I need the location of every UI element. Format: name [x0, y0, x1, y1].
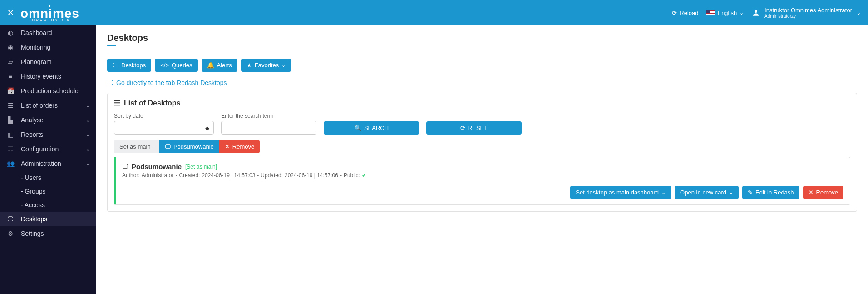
chevron-down-icon: ⌄ [86, 161, 90, 167]
set-main-dashboard-button[interactable]: Set desktop as main dashboard ⌄ [570, 186, 671, 199]
sidebar-sub-access[interactable]: - Access [0, 198, 96, 212]
sidebar-item-label: List of orders [21, 102, 79, 109]
map-icon: ▱ [6, 58, 15, 65]
svg-point-0 [755, 10, 757, 13]
search-icon: 🔍 [354, 125, 361, 131]
desktop-icon: 🖵 [165, 143, 171, 150]
edit-icon: ✎ [748, 189, 753, 196]
sidebar-item-label: Monitoring [21, 44, 90, 51]
reload-button[interactable]: ⟳ Reload [672, 10, 698, 16]
chevron-down-icon: ⌄ [740, 10, 744, 16]
sidebar-item-label: Desktops [21, 215, 90, 223]
close-icon: ✕ [225, 143, 230, 150]
bell-icon: 🔔 [207, 62, 214, 69]
list-icon: ≡ [6, 73, 15, 80]
desktop-icon: 🖵 [6, 215, 15, 223]
panel-title: List of Desktops [124, 99, 180, 107]
tab-desktops[interactable]: 🖵 Desktops [107, 59, 151, 72]
desktops-list-panel: ☰ List of Desktops Sort by date ◆ Enter … [107, 93, 857, 212]
sidebar-item-label: History events [21, 73, 90, 80]
gauge-icon: ◐ [6, 29, 15, 36]
code-icon: </> [160, 62, 169, 69]
chevron-down-icon: ⌄ [857, 10, 861, 16]
remove-desktop-button[interactable]: ✕ Remove [803, 186, 843, 199]
language-label: English [717, 10, 737, 16]
sidebar-item-label: Planogram [21, 58, 90, 65]
sidebar-item-label: Production schedule [21, 87, 90, 95]
main-content: Desktops 🖵 Desktops </> Queries 🔔 Alerts… [96, 25, 868, 294]
sidebar-item-reports[interactable]: ▥ Reports ⌄ [0, 127, 96, 142]
chevron-down-icon: ⌄ [661, 189, 666, 195]
tab-alerts[interactable]: 🔔 Alerts [202, 59, 237, 72]
language-selector[interactable]: English ⌄ [706, 10, 744, 16]
search-button[interactable]: 🔍 SEARCH [324, 121, 419, 135]
reset-button[interactable]: ⟳ RESET [426, 121, 522, 135]
bar-chart-icon: ▥ [6, 131, 15, 138]
sidebar-item-settings[interactable]: ⚙ Settings [0, 226, 96, 241]
sidebar-sub-users[interactable]: - Users [0, 171, 96, 184]
eye-icon: ◉ [6, 44, 15, 51]
remove-main-button[interactable]: ✕ Remove [219, 140, 260, 153]
open-new-card-button[interactable]: Open in new card ⌄ [675, 186, 739, 199]
desktop-icon: 🖵 [113, 62, 118, 69]
chevron-down-icon: ⌄ [281, 62, 286, 68]
tab-buttons: 🖵 Desktops </> Queries 🔔 Alerts ★ Favori… [107, 59, 857, 72]
desktop-card: 🖵 Podsumowanie [Set as main] Author: Adm… [114, 157, 850, 205]
user-menu[interactable]: Instruktor Omnimes Administrator Adminis… [752, 7, 861, 19]
sidebar: ◐ Dashboard ◉ Monitoring ▱ Planogram ≡ H… [0, 25, 96, 294]
tab-favorites[interactable]: ★ Favorites ⌄ [241, 59, 291, 72]
search-label: Enter the search term [221, 113, 316, 119]
sidebar-item-label: Administration [21, 160, 79, 167]
divider [107, 52, 857, 52]
set-main-value-button[interactable]: 🖵 Podsumowanie [159, 140, 219, 153]
sidebar-item-desktops[interactable]: 🖵 Desktops [0, 212, 96, 226]
flag-us-icon [706, 10, 715, 15]
refresh-icon: ⟳ [460, 125, 465, 131]
sidebar-item-planogram[interactable]: ▱ Planogram [0, 55, 96, 69]
brand-logo[interactable]: • omnimes INDUSTRY 4.0 [20, 4, 79, 21]
sort-select[interactable] [114, 121, 214, 135]
page-title: Desktops [107, 33, 857, 43]
sidebar-item-label: Settings [21, 230, 90, 237]
sidebar-item-monitoring[interactable]: ◉ Monitoring [0, 40, 96, 55]
user-name: Instruktor Omnimes Administrator [764, 7, 852, 14]
user-icon [752, 9, 760, 17]
filter-row: Sort by date ◆ Enter the search term 🔍 S… [114, 113, 850, 135]
calendar-icon: 📅 [6, 87, 15, 95]
desktop-icon: 🖵 [122, 163, 128, 170]
check-icon: ✔ [362, 172, 366, 179]
close-icon: ✕ [809, 189, 814, 196]
sidebar-item-label: Dashboard [21, 29, 90, 36]
title-underline [107, 45, 116, 46]
set-as-main-tag[interactable]: [Set as main] [185, 164, 217, 170]
sidebar-item-history[interactable]: ≡ History events [0, 69, 96, 84]
chevron-down-icon: ⌄ [86, 132, 90, 138]
redash-link[interactable]: 🖵 Go directly to the tab Redash Desktops [107, 79, 227, 86]
desktop-title: Podsumowanie [132, 163, 182, 170]
close-icon[interactable]: ✕ [7, 8, 14, 18]
edit-redash-button[interactable]: ✎ Edit in Redash [742, 186, 799, 199]
sidebar-item-production[interactable]: 📅 Production schedule [0, 84, 96, 98]
sidebar-item-orders[interactable]: ☰ List of orders ⌄ [0, 98, 96, 113]
desktop-actions: Set desktop as main dashboard ⌄ Open in … [122, 186, 843, 199]
sidebar-item-administration[interactable]: 👥 Administration ⌄ [0, 156, 96, 171]
sidebar-item-configuration[interactable]: ☴ Configuration ⌄ [0, 142, 96, 156]
sidebar-item-dashboard[interactable]: ◐ Dashboard [0, 25, 96, 40]
sliders-icon: ☴ [6, 145, 15, 153]
sidebar-sub-groups[interactable]: - Groups [0, 184, 96, 198]
chevron-down-icon: ⌄ [86, 117, 90, 123]
sidebar-item-analyse[interactable]: ▙ Analyse ⌄ [0, 113, 96, 127]
sort-field: Sort by date ◆ [114, 113, 214, 135]
header-right: ⟳ Reload English ⌄ Instruktor Omnimes Ad… [672, 7, 861, 19]
chevron-down-icon: ⌄ [86, 146, 90, 152]
users-icon: 👥 [6, 160, 15, 167]
sidebar-item-label: Reports [21, 131, 79, 138]
panel-header: ☰ List of Desktops [108, 93, 857, 113]
user-role: Administratorzy [764, 14, 852, 19]
refresh-icon: ⟳ [672, 10, 677, 16]
search-input[interactable] [221, 121, 316, 135]
reload-label: Reload [680, 10, 698, 16]
app-header: ✕ • omnimes INDUSTRY 4.0 ⟳ Reload Englis… [0, 0, 868, 25]
desktop-icon: 🖵 [107, 79, 113, 86]
tab-queries[interactable]: </> Queries [155, 59, 197, 72]
